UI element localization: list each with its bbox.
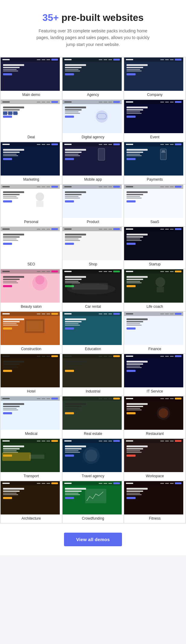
- svg-rect-165: [3, 240, 18, 241]
- svg-rect-287: [104, 356, 107, 357]
- demo-thumbnail-beauty-salon: [1, 269, 62, 303]
- svg-rect-329: [65, 409, 80, 410]
- svg-rect-176: [65, 238, 79, 239]
- svg-rect-4: [42, 59, 45, 60]
- svg-rect-412: [126, 483, 133, 484]
- svg-rect-183: [165, 229, 169, 230]
- demo-item-agency[interactable]: Agency: [63, 58, 124, 99]
- demo-item-payments[interactable]: Payments: [124, 142, 185, 184]
- svg-rect-333: [126, 398, 133, 399]
- demo-item-fitness[interactable]: Fitness: [124, 481, 185, 523]
- demo-label-life-coach: Life coach: [145, 303, 164, 311]
- svg-rect-309: [2, 398, 10, 399]
- demo-label-car-rental: Car rental: [84, 303, 102, 311]
- demo-item-company[interactable]: Company: [124, 58, 185, 99]
- svg-rect-378: [170, 441, 174, 442]
- svg-rect-382: [127, 450, 140, 451]
- svg-rect-107: [170, 144, 174, 145]
- svg-rect-258: [65, 327, 74, 330]
- demo-item-beauty-salon[interactable]: Beauty salon: [1, 269, 62, 311]
- demo-item-saas[interactable]: SaaS: [124, 185, 185, 226]
- svg-rect-161: [51, 228, 58, 230]
- svg-rect-200: [3, 281, 17, 282]
- demo-item-deal[interactable]: Deal: [1, 100, 62, 142]
- demo-label-marketing: Marketing: [22, 176, 40, 184]
- demo-item-main-demo[interactable]: Main demo: [1, 58, 62, 99]
- svg-rect-41: [46, 102, 50, 103]
- svg-rect-285: [64, 356, 72, 357]
- demo-item-product[interactable]: Product: [63, 185, 124, 226]
- svg-rect-350: [46, 441, 50, 442]
- demo-item-hotel[interactable]: Hotel: [1, 354, 62, 396]
- view-all-button[interactable]: View all demos: [64, 533, 122, 546]
- svg-rect-418: [127, 491, 143, 492]
- svg-rect-395: [3, 494, 18, 495]
- header-description: Featuring over 35 complete website packs…: [33, 28, 153, 48]
- svg-rect-125: [3, 194, 20, 195]
- svg-rect-415: [170, 483, 174, 484]
- svg-rect-224: [170, 271, 174, 272]
- demo-item-education[interactable]: Education: [63, 312, 124, 353]
- svg-rect-57: [113, 101, 120, 103]
- svg-rect-23: [65, 73, 74, 75]
- demo-item-architecture[interactable]: Architecture: [1, 481, 62, 523]
- svg-rect-252: [108, 314, 112, 314]
- demo-item-industrial[interactable]: Industrial: [63, 354, 124, 396]
- svg-rect-273: [2, 356, 10, 357]
- demo-item-event[interactable]: Event: [124, 100, 185, 142]
- demo-item-life-coach[interactable]: Life coach: [124, 269, 185, 311]
- demo-item-personal[interactable]: Personal: [1, 185, 62, 226]
- demo-item-it-service[interactable]: IT Service: [124, 354, 185, 396]
- svg-rect-84: [3, 149, 24, 151]
- demo-item-digital-agency[interactable]: Digital agency: [63, 100, 124, 142]
- demo-thumbnail-main-demo: [1, 58, 62, 91]
- svg-rect-342: [127, 412, 136, 414]
- svg-rect-288: [108, 356, 112, 357]
- svg-rect-30: [175, 59, 181, 61]
- demo-thumbnail-fitness: [124, 481, 185, 514]
- svg-point-63: [96, 110, 108, 123]
- svg-rect-290: [65, 361, 86, 363]
- demo-item-mobile-app[interactable]: Mobile app: [63, 142, 124, 184]
- svg-point-344: [159, 408, 168, 418]
- svg-rect-238: [46, 314, 50, 314]
- demo-thumbnail-travel-agency: [63, 439, 124, 472]
- demo-item-shop[interactable]: Shop: [63, 227, 124, 269]
- svg-rect-68: [160, 102, 164, 103]
- svg-rect-377: [165, 441, 169, 442]
- demo-item-seo[interactable]: SEO: [1, 227, 62, 269]
- demo-item-car-rental[interactable]: Car rental: [63, 269, 124, 311]
- svg-rect-69: [165, 102, 169, 103]
- svg-rect-354: [3, 450, 17, 451]
- svg-rect-366: [65, 445, 86, 447]
- demo-item-workspace[interactable]: Workspace: [124, 439, 185, 481]
- demo-thumbnail-transport: [1, 439, 62, 472]
- svg-rect-277: [51, 355, 58, 357]
- demo-item-restaurant[interactable]: Restaurant: [124, 396, 185, 438]
- svg-rect-8: [3, 67, 20, 68]
- demo-item-transport[interactable]: Transport: [1, 439, 62, 481]
- svg-rect-240: [3, 318, 24, 320]
- demo-item-medical[interactable]: Medical: [1, 396, 62, 438]
- svg-rect-253: [113, 313, 120, 315]
- demo-item-marketing[interactable]: Marketing: [1, 142, 62, 184]
- svg-rect-2: [2, 59, 10, 60]
- svg-rect-123: [51, 186, 58, 188]
- demo-item-travel-agency[interactable]: Travel agency: [63, 439, 124, 481]
- demo-item-crowdfunding[interactable]: Crowdfunding: [63, 481, 124, 523]
- svg-rect-339: [127, 406, 143, 407]
- demo-item-real-estate[interactable]: Real estate: [63, 396, 124, 438]
- svg-rect-365: [113, 440, 120, 442]
- svg-rect-208: [99, 271, 102, 272]
- demo-item-construction[interactable]: Construction: [1, 312, 62, 353]
- svg-rect-196: [46, 271, 50, 272]
- demo-item-finance[interactable]: Finance: [124, 312, 185, 353]
- demo-label-medical: Medical: [24, 430, 39, 438]
- svg-rect-228: [127, 281, 140, 282]
- svg-point-129: [36, 192, 44, 201]
- svg-rect-268: [127, 323, 140, 324]
- svg-rect-361: [64, 440, 72, 442]
- svg-rect-47: [3, 116, 12, 118]
- demo-item-startup[interactable]: Startup: [124, 227, 185, 269]
- svg-rect-164: [3, 238, 17, 239]
